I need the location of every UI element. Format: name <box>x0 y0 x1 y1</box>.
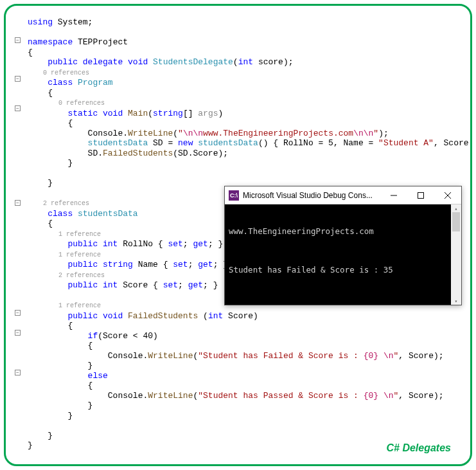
console-output: www.TheEngineeringProjects.com Student h… <box>225 204 461 284</box>
titlebar[interactable]: C:\ Microsoft Visual Studio Debug Cons..… <box>225 186 461 204</box>
scroll-thumb[interactable] <box>452 212 460 231</box>
maximize-button[interactable] <box>407 186 434 204</box>
svg-rect-1 <box>418 192 424 198</box>
scrollbar[interactable]: ▴ ▾ <box>451 204 461 305</box>
fold-toggle[interactable]: − <box>15 200 21 206</box>
debug-console-window: C:\ Microsoft Visual Studio Debug Cons..… <box>224 186 462 305</box>
console-icon: C:\ <box>229 190 239 201</box>
fold-toggle[interactable]: − <box>15 370 21 375</box>
close-button[interactable] <box>434 186 461 204</box>
scroll-up-icon[interactable]: ▴ <box>451 204 461 212</box>
fold-toggle[interactable]: − <box>15 105 21 111</box>
code-frame: − − − − − − − using System; namespace TE… <box>4 4 472 466</box>
fold-toggle[interactable]: − <box>15 37 21 43</box>
fold-toggle[interactable]: − <box>15 330 21 336</box>
window-title: Microsoft Visual Studio Debug Cons... <box>243 191 380 200</box>
fold-toggle[interactable]: − <box>15 76 21 82</box>
minimize-button[interactable] <box>380 186 407 204</box>
fold-toggle[interactable]: − <box>15 310 21 316</box>
scroll-down-icon[interactable]: ▾ <box>451 297 461 305</box>
footer-label: C# Delegates <box>387 442 452 454</box>
